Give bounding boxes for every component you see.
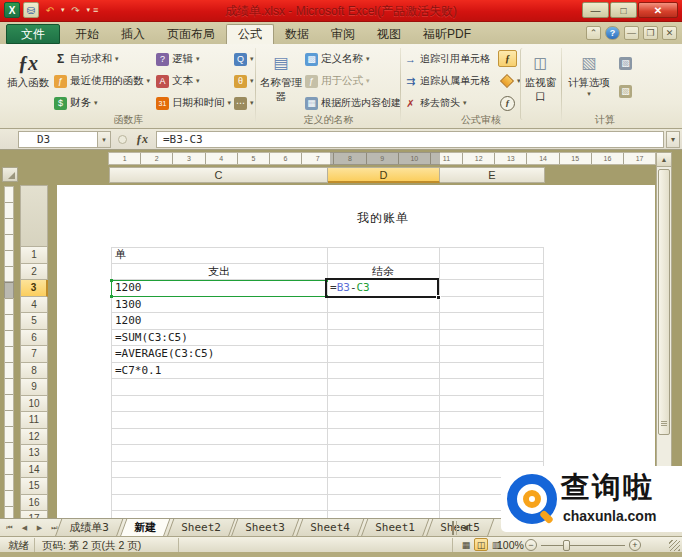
tab-福昕PDF[interactable]: 福昕PDF: [412, 24, 482, 44]
tab-视图[interactable]: 视图: [366, 24, 412, 44]
expand-formula-bar-icon[interactable]: ▾: [666, 131, 680, 148]
tab-文件[interactable]: 文件: [6, 24, 60, 44]
row-header-13[interactable]: 13: [20, 445, 48, 462]
cell-C4[interactable]: 1300: [115, 297, 142, 313]
sheet-tab-Sheet4[interactable]: Sheet4: [296, 519, 364, 537]
name-box[interactable]: D3: [18, 131, 98, 148]
cell-C2[interactable]: 支出: [111, 264, 327, 280]
sheet-tab-新建[interactable]: 新建: [119, 519, 170, 537]
financial-button[interactable]: $ 财务▾: [54, 94, 98, 112]
maximize-button[interactable]: □: [610, 2, 637, 18]
cell-D3[interactable]: =B3-C3: [330, 280, 370, 296]
evaluate-formula-button[interactable]: ƒ: [500, 94, 515, 112]
trace-dependents-button[interactable]: ⇉ 追踪从属单元格: [404, 72, 490, 90]
column-header-D[interactable]: D: [328, 167, 440, 183]
workbook-minimize-icon[interactable]: —: [624, 26, 639, 40]
row-header-10[interactable]: 10: [20, 396, 48, 413]
next-sheet-icon[interactable]: ▶: [34, 521, 45, 534]
tab-插入[interactable]: 插入: [110, 24, 156, 44]
row-header-3[interactable]: 3: [20, 280, 48, 297]
tab-公式[interactable]: 公式: [226, 24, 274, 44]
select-all-corner[interactable]: [2, 167, 18, 182]
row-header-4[interactable]: 4: [20, 297, 48, 314]
calculate-sheet-button[interactable]: ▧: [619, 82, 632, 100]
workbook-close-icon[interactable]: ✕: [662, 26, 677, 40]
logical-button[interactable]: ? 逻辑▾: [156, 50, 200, 68]
name-box-dropdown-arrow[interactable]: ▾: [98, 131, 111, 148]
row-header-12[interactable]: 12: [20, 429, 48, 446]
date-time-button[interactable]: 31 日期和时间▾: [156, 94, 231, 112]
tab-开始[interactable]: 开始: [64, 24, 110, 44]
insert-function-button[interactable]: ƒx 插入函数: [6, 48, 50, 120]
zoom-slider-track[interactable]: [541, 545, 625, 546]
tab-审阅[interactable]: 审阅: [320, 24, 366, 44]
create-from-selection-button[interactable]: ▦ 根据所选内容创建: [305, 94, 401, 112]
resize-grip[interactable]: [669, 540, 680, 551]
row-header-9[interactable]: 9: [20, 379, 48, 396]
row-header-17[interactable]: 17: [20, 511, 48, 518]
remove-arrows-button[interactable]: ✗ 移去箭头▾: [404, 94, 467, 112]
tab-页面布局[interactable]: 页面布局: [156, 24, 226, 44]
autosum-button[interactable]: Σ 自动求和▾: [54, 50, 119, 68]
row-header-6[interactable]: 6: [20, 330, 48, 347]
undo-dropdown-arrow[interactable]: ▾: [61, 6, 65, 14]
workbook-restore-icon[interactable]: ❐: [643, 26, 658, 40]
show-formulas-button[interactable]: ƒ: [498, 49, 517, 67]
normal-view-icon[interactable]: ▦: [459, 538, 473, 551]
help-icon[interactable]: ?: [605, 26, 620, 40]
lookup-reference-button[interactable]: Q▾: [234, 50, 254, 68]
sheet-tab-Sheet5[interactable]: Sheet5: [425, 519, 493, 537]
more-functions-button[interactable]: ⋯▾: [234, 94, 254, 112]
row-header-15[interactable]: 15: [20, 478, 48, 495]
math-trig-button[interactable]: θ▾: [234, 72, 254, 90]
row-header-2[interactable]: 2: [20, 264, 48, 281]
first-sheet-icon[interactable]: ⏮: [4, 521, 15, 534]
row-header-1[interactable]: 1: [20, 247, 48, 264]
customize-qat-arrow[interactable]: ≡: [93, 5, 98, 15]
zoom-slider-thumb[interactable]: [563, 540, 570, 551]
zoom-out-icon[interactable]: −: [525, 539, 537, 551]
cell-C6[interactable]: =SUM(C3:C5): [115, 330, 188, 346]
calculate-now-button[interactable]: ▧: [619, 54, 632, 72]
tab-数据[interactable]: 数据: [274, 24, 320, 44]
sheet-tab-Sheet1[interactable]: Sheet1: [361, 519, 429, 537]
sheet-tab-Sheet2[interactable]: Sheet2: [166, 519, 234, 537]
row-header-8[interactable]: 8: [20, 363, 48, 380]
prev-sheet-icon[interactable]: ◀: [19, 521, 30, 534]
calculation-options-button[interactable]: ▧ 计算选项 ▾: [565, 48, 613, 120]
recent-functions-button[interactable]: ƒ 最近使用的函数▾: [54, 72, 150, 90]
text-button[interactable]: A 文本▾: [156, 72, 200, 90]
tab-splitter[interactable]: [452, 521, 457, 535]
zoom-level[interactable]: 100%: [497, 539, 524, 551]
scrollbar-thumb[interactable]: [658, 169, 670, 435]
name-manager-button[interactable]: ▤ 名称管理器: [259, 48, 303, 120]
fill-handle[interactable]: [436, 295, 441, 300]
column-header-E[interactable]: E: [440, 167, 545, 183]
cell-C5[interactable]: 1200: [115, 313, 142, 329]
collapse-ribbon-icon[interactable]: ⌃: [586, 26, 601, 40]
cell-C7[interactable]: =AVERAGE(C3:C5): [115, 346, 214, 362]
error-checking-button[interactable]: ▾: [500, 72, 521, 90]
insert-function-fx-icon[interactable]: ƒx: [136, 132, 148, 147]
define-name-button[interactable]: ▩ 定义名称▾: [305, 50, 370, 68]
row-header-14[interactable]: 14: [20, 462, 48, 479]
cell-C1[interactable]: 单: [115, 247, 126, 263]
trace-precedents-button[interactable]: → 追踪引用单元格: [404, 50, 490, 68]
row-header-5[interactable]: 5: [20, 313, 48, 330]
minimize-button[interactable]: —: [582, 2, 609, 18]
sheet-tab-Sheet3[interactable]: Sheet3: [231, 519, 299, 537]
formula-input[interactable]: =B3-C3: [156, 131, 664, 148]
sheet-tab-成绩单3[interactable]: 成绩单3: [55, 519, 123, 537]
save-button[interactable]: ⛁: [23, 2, 39, 18]
row-header-7[interactable]: 7: [20, 346, 48, 363]
close-button[interactable]: ✕: [638, 2, 678, 18]
cell-C8[interactable]: =C7*0.1: [115, 363, 161, 379]
vertical-scrollbar[interactable]: ▲: [656, 152, 672, 516]
scroll-up-icon[interactable]: ▲: [657, 153, 671, 167]
column-header-C[interactable]: C: [109, 167, 328, 183]
row-header-16[interactable]: 16: [20, 495, 48, 512]
undo-button[interactable]: ↶: [42, 2, 58, 18]
zoom-in-icon[interactable]: +: [629, 539, 641, 551]
row-header-11[interactable]: 11: [20, 412, 48, 429]
page-layout-view-icon[interactable]: ◫: [474, 538, 488, 551]
